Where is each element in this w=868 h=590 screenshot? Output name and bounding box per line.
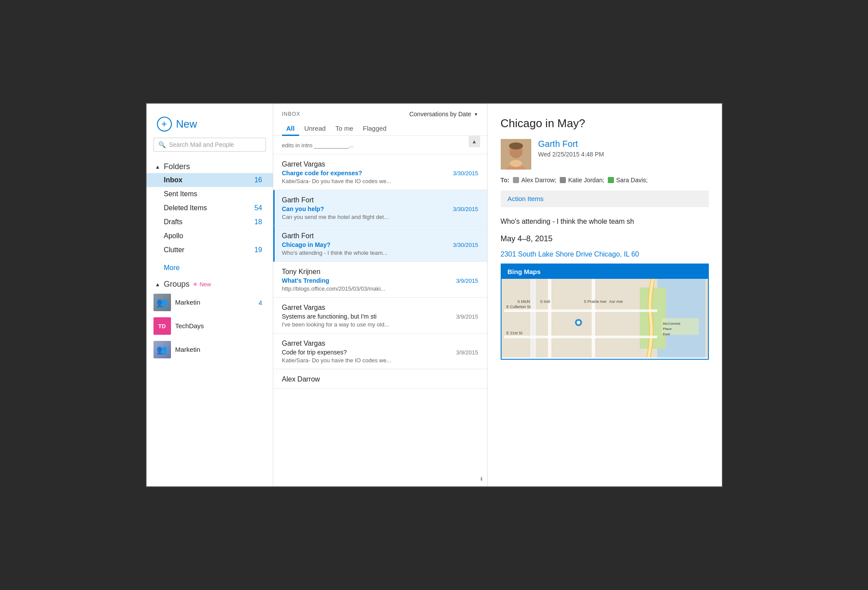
- recipient-dot-katie: [560, 177, 566, 183]
- mail-subject-row-3: What's Trending 3/9/2015: [282, 277, 478, 284]
- svg-text:S Prairie Ave: S Prairie Ave: [584, 299, 607, 304]
- mail-item-0[interactable]: Garret Vargas Charge code for expenses? …: [273, 154, 487, 190]
- sort-label: Conversations by Date: [409, 111, 471, 118]
- filter-tab-unread[interactable]: Unread: [300, 122, 330, 136]
- svg-rect-11: [548, 279, 551, 357]
- action-items-label[interactable]: Action Items: [508, 195, 544, 202]
- mail-subject-row-1: Can you help? 3/30/2015: [282, 205, 478, 212]
- folders-section-header[interactable]: ▲ Folders: [146, 160, 273, 173]
- folder-item-sent[interactable]: Sent Items: [146, 187, 273, 201]
- action-items-bar[interactable]: Action Items: [501, 191, 709, 207]
- folder-item-apollo[interactable]: Apollo: [146, 229, 273, 243]
- groups-section-header[interactable]: ▲ Groups ✳ New: [146, 277, 273, 291]
- email-body-line1: Who's attending - I think the whole team…: [501, 216, 709, 227]
- svg-text:Place: Place: [663, 327, 672, 331]
- filter-tab-all[interactable]: All: [282, 122, 299, 136]
- svg-rect-13: [504, 309, 657, 312]
- group-name-marketing3: Marketin: [175, 346, 201, 353]
- mail-subject-2: Chicago in May?: [282, 241, 449, 248]
- svg-text:Aur Ave: Aur Ave: [609, 299, 623, 304]
- svg-text:S Indi: S Indi: [540, 299, 550, 304]
- svg-rect-14: [504, 336, 657, 338]
- groups-chevron-icon: ▲: [155, 281, 160, 288]
- folder-item-drafts[interactable]: Drafts 18: [146, 215, 273, 229]
- group-avatar-marketing1: [153, 294, 171, 311]
- more-link[interactable]: More: [146, 260, 273, 275]
- recipient-dot-sara: [608, 177, 614, 183]
- scroll-up-button[interactable]: ▲: [469, 136, 480, 147]
- group-item-techdays[interactable]: TD TechDays: [146, 314, 273, 338]
- sort-button[interactable]: Conversations by Date ▼: [409, 111, 478, 118]
- group-info-techdays: TechDays: [175, 322, 258, 330]
- filter-tab-flagged[interactable]: Flagged: [359, 122, 391, 136]
- folders-chevron-icon: ▲: [155, 164, 160, 170]
- groups-section: ▲ Groups ✳ New Marketin 4 TD Tec: [146, 277, 273, 361]
- map-address-link[interactable]: 2301 South Lake Shore Drive Chicago, IL …: [501, 250, 709, 258]
- svg-text:East: East: [663, 332, 670, 336]
- bing-maps-container[interactable]: Bing Maps: [501, 264, 709, 360]
- mail-date-2: 3/30/2015: [453, 242, 478, 248]
- recipient-dot-alex: [513, 177, 519, 183]
- folder-count-drafts: 18: [254, 218, 262, 226]
- map-area[interactable]: S Michi S Indi S Prairie Ave Aur Ave E C…: [502, 279, 708, 357]
- mail-item-4[interactable]: Garret Vargas Systems are functioning, b…: [273, 298, 487, 333]
- svg-text:E 21st St: E 21st St: [506, 331, 523, 335]
- search-placeholder: Search Mail and People: [169, 141, 234, 148]
- folder-list: Inbox 16 Sent Items Deleted Items 54 Dra…: [146, 173, 273, 257]
- group-item-marketing3[interactable]: Marketin: [146, 338, 273, 361]
- mail-item-intro[interactable]: edits in intro ___________...: [273, 136, 487, 154]
- mail-item-5[interactable]: Garret Vargas Code for trip expenses? 3/…: [273, 333, 487, 369]
- group-info-marketing3: Marketin: [175, 346, 258, 354]
- filter-tab-tome[interactable]: To me: [331, 122, 358, 136]
- email-date-info: May 4–8, 2015: [501, 234, 709, 243]
- group-name-techdays: TechDays: [175, 322, 204, 330]
- mail-item-3[interactable]: Tony Krijnen What's Trending 3/9/2015 ht…: [273, 262, 487, 298]
- mail-preview-1: Can you send me the hotel and flight det…: [282, 214, 478, 220]
- sender-avatar: [501, 139, 531, 170]
- mail-preview-0: Katie/Sara- Do you have the IO codes we.…: [282, 178, 478, 184]
- mail-subject-0: Charge code for expenses?: [282, 170, 449, 177]
- mail-date-5: 3/9/2015: [456, 349, 478, 356]
- sender-datetime: Wed 2/25/2015 4:48 PM: [538, 151, 709, 158]
- svg-point-4: [509, 142, 523, 149]
- folder-name-deleted: Deleted Items: [164, 204, 254, 212]
- recipient-chip-sara: Sara Davis;: [608, 177, 648, 184]
- mail-subject-row-2: Chicago in May? 3/30/2015: [282, 241, 478, 248]
- group-avatar-techdays: TD: [153, 317, 171, 335]
- mail-item-1[interactable]: Garth Fort Can you help? 3/30/2015 Can y…: [273, 190, 487, 226]
- folder-name-inbox: Inbox: [164, 176, 254, 184]
- new-button[interactable]: + New: [146, 112, 273, 138]
- email-subject-title: Chicago in May?: [501, 117, 709, 130]
- groups-title: Groups: [164, 280, 189, 289]
- mail-date-3: 3/9/2015: [456, 278, 478, 284]
- svg-text:S Michi: S Michi: [517, 299, 530, 304]
- app-window: + New 🔍 Search Mail and People ▲ Folders…: [146, 103, 723, 487]
- group-initials-techdays: TD: [158, 323, 166, 330]
- folder-name-sent: Sent Items: [164, 190, 262, 198]
- sidebar: + New 🔍 Search Mail and People ▲ Folders…: [146, 104, 273, 486]
- folder-name-apollo: Apollo: [164, 232, 262, 240]
- folder-item-deleted[interactable]: Deleted Items 54: [146, 201, 273, 215]
- mail-item-6-partial[interactable]: Alex Darrow ⬇: [273, 369, 487, 389]
- folder-item-inbox[interactable]: Inbox 16: [146, 173, 273, 187]
- recipient-name-alex[interactable]: Alex Darrow;: [521, 177, 556, 184]
- svg-rect-12: [592, 279, 595, 357]
- svg-rect-10: [531, 279, 535, 357]
- groups-new-label: New: [199, 281, 211, 288]
- folders-title: Folders: [164, 162, 190, 171]
- recipient-name-katie[interactable]: Katie Jordan;: [568, 177, 604, 184]
- mail-subject-row-0: Charge code for expenses? 3/30/2015: [282, 170, 478, 177]
- asterisk-icon: ✳: [193, 281, 198, 288]
- mail-item-2[interactable]: Garth Fort Chicago in May? 3/30/2015 Who…: [273, 226, 487, 262]
- mail-date-0: 3/30/2015: [453, 170, 478, 177]
- search-box[interactable]: 🔍 Search Mail and People: [153, 138, 266, 152]
- group-item-marketing1[interactable]: Marketin 4: [146, 291, 273, 314]
- sender-details: Garth Fort Wed 2/25/2015 4:48 PM: [538, 139, 709, 158]
- recipient-name-sara[interactable]: Sara Davis;: [616, 177, 648, 184]
- sort-arrow-icon: ▼: [474, 112, 478, 117]
- inbox-label: INBOX: [282, 111, 300, 117]
- sender-name[interactable]: Garth Fort: [538, 139, 709, 149]
- mail-date-1: 3/30/2015: [453, 206, 478, 212]
- folder-item-clutter[interactable]: Clutter 19: [146, 243, 273, 257]
- mail-subject-1: Can you help?: [282, 205, 449, 212]
